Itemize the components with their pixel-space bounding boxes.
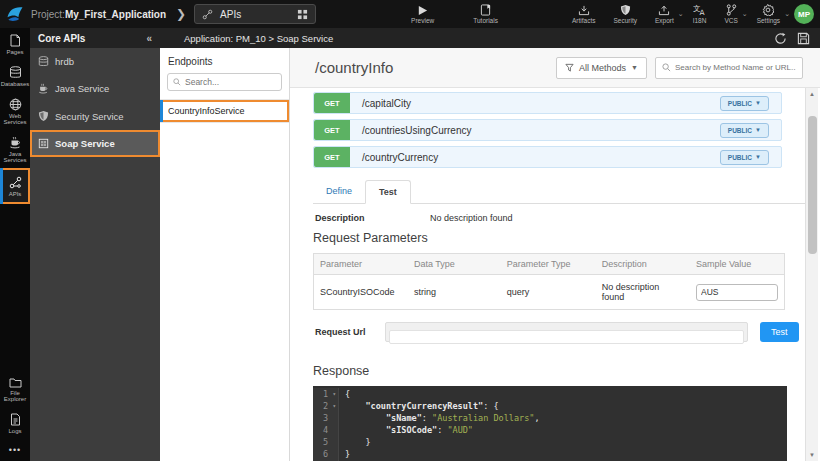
core-api-label: Security Service bbox=[55, 111, 124, 122]
project-breadcrumb[interactable]: Project:My_First_Application bbox=[31, 9, 166, 20]
export-chevron-icon: ⌄ bbox=[678, 10, 684, 18]
chevron-down-icon: ▼ bbox=[755, 154, 761, 160]
search-icon bbox=[173, 78, 181, 86]
fold-caret-icon[interactable]: ▾ bbox=[329, 400, 336, 412]
application-header: Application: PM_10 > Soap Service bbox=[160, 28, 820, 48]
chevron-down-icon: ▼ bbox=[755, 127, 761, 133]
code-line: 1▾ { bbox=[313, 388, 787, 400]
artifacts-button[interactable]: Artifacts bbox=[572, 5, 595, 24]
svg-text:A: A bbox=[700, 8, 705, 16]
code-line: 4 "sISOCode": "AUD" bbox=[313, 424, 787, 436]
operation-row[interactable]: GET /countriesUsingCurrency PUBLIC▼ bbox=[313, 119, 782, 141]
scroll-up-arrow[interactable]: ▲ bbox=[806, 88, 818, 100]
i18n-button[interactable]: 文A I18N bbox=[693, 4, 707, 24]
export-button[interactable]: Export ⌄ bbox=[646, 5, 684, 24]
sidebar-item-java-services[interactable]: Java Services bbox=[0, 130, 30, 168]
more-options-button[interactable]: ••• bbox=[0, 439, 30, 461]
tab-test[interactable]: Test bbox=[365, 180, 411, 204]
visibility-dropdown[interactable]: PUBLIC▼ bbox=[720, 123, 769, 138]
response-code-editor[interactable]: 1▾ { 2▾ "countryCurrencyResult": { 3 "sN… bbox=[313, 386, 787, 461]
top-bar: Project:My_First_Application ❯ APIs Prev… bbox=[0, 0, 820, 28]
core-api-item-security-service[interactable]: Security Service bbox=[30, 102, 160, 130]
save-icon bbox=[797, 32, 810, 45]
page-title: /countryInfo bbox=[315, 59, 556, 76]
code-line: 6 } bbox=[313, 448, 787, 460]
user-avatar[interactable]: MP bbox=[794, 4, 814, 24]
collapse-panel-button[interactable]: « bbox=[146, 33, 152, 44]
scroll-down-arrow[interactable]: ▼ bbox=[806, 449, 818, 461]
sidebar-item-databases[interactable]: Databases bbox=[0, 60, 30, 92]
description-value: No description found bbox=[430, 213, 513, 223]
database-icon bbox=[38, 56, 49, 67]
sidebar-item-logs[interactable]: Logs bbox=[0, 407, 30, 439]
core-api-item-hrdb[interactable]: hrdb bbox=[30, 48, 160, 75]
test-button[interactable]: Test bbox=[760, 322, 799, 342]
download-tray-icon bbox=[578, 5, 590, 16]
sidebar-item-file-explorer[interactable]: File Explorer bbox=[0, 371, 30, 407]
operation-row[interactable]: GET /capitalCity PUBLIC▼ bbox=[313, 92, 782, 114]
vcs-label: VCS bbox=[724, 17, 737, 24]
column-description: Description bbox=[596, 254, 690, 275]
http-method-badge: GET bbox=[314, 93, 350, 113]
rail-label: APIs bbox=[9, 191, 22, 197]
left-rail: Pages Databases Web Services Java Servic… bbox=[0, 28, 30, 461]
preview-button[interactable]: Preview bbox=[411, 5, 434, 24]
fold-caret-icon[interactable]: ▾ bbox=[329, 388, 336, 400]
code-line: 2▾ "countryCurrencyResult": { bbox=[313, 400, 787, 412]
soap-icon bbox=[38, 138, 49, 149]
operation-path: /countriesUsingCurrency bbox=[362, 125, 720, 136]
workspace-selector-label: APIs bbox=[220, 9, 290, 20]
shield-icon bbox=[38, 110, 49, 122]
method-search[interactable] bbox=[655, 57, 803, 79]
endpoints-search[interactable] bbox=[167, 73, 282, 91]
sidebar-item-pages[interactable]: Pages bbox=[0, 28, 30, 60]
methods-filter-dropdown[interactable]: All Methods ▼ bbox=[556, 57, 647, 79]
core-api-item-java-service[interactable]: Java Service bbox=[30, 75, 160, 102]
request-url-input[interactable] bbox=[389, 330, 744, 344]
save-button[interactable] bbox=[797, 32, 810, 45]
tutorials-button[interactable]: Tutorials bbox=[473, 4, 498, 24]
table-header-row: Parameter Data Type Parameter Type Descr… bbox=[314, 254, 785, 275]
api-icon bbox=[9, 176, 22, 189]
security-button[interactable]: Security bbox=[613, 4, 636, 24]
database-icon bbox=[9, 66, 22, 79]
endpoint-label: CountryInfoService bbox=[160, 100, 289, 122]
core-apis-title: Core APIs bbox=[38, 33, 146, 44]
sidebar-item-apis[interactable]: APIs bbox=[0, 168, 30, 204]
visibility-dropdown[interactable]: PUBLIC▼ bbox=[720, 150, 769, 165]
http-method-badge: GET bbox=[314, 120, 350, 140]
service-content: GET /capitalCity PUBLIC▼ GET /countriesU… bbox=[290, 88, 805, 461]
sidebar-item-web-services[interactable]: Web Services bbox=[0, 92, 30, 130]
core-api-label: hrdb bbox=[55, 56, 74, 67]
vcs-button[interactable]: VCS ⌄ bbox=[715, 4, 747, 24]
i18n-label: I18N bbox=[693, 17, 707, 24]
settings-button[interactable]: Settings ⌄ bbox=[748, 4, 790, 24]
core-api-item-soap-service[interactable]: Soap Service bbox=[30, 130, 160, 157]
wavemaker-logo[interactable] bbox=[5, 4, 25, 24]
endpoint-item-countryinfoservice[interactable]: CountryInfoService bbox=[160, 99, 289, 123]
application-breadcrumb: Application: PM_10 > Soap Service bbox=[184, 33, 774, 44]
cell-description: No description found bbox=[596, 275, 690, 310]
artifacts-label: Artifacts bbox=[572, 17, 595, 24]
workspace-selector[interactable]: APIs bbox=[194, 4, 316, 24]
visibility-label: PUBLIC bbox=[728, 127, 752, 134]
breadcrumb-chevron-icon: ❯ bbox=[176, 7, 186, 21]
visibility-dropdown[interactable]: PUBLIC▼ bbox=[720, 96, 769, 111]
sample-value-input[interactable] bbox=[696, 284, 778, 301]
grid-icon[interactable] bbox=[297, 9, 308, 20]
filter-icon bbox=[565, 63, 574, 72]
method-search-input[interactable] bbox=[675, 63, 796, 72]
rail-label: Web Services bbox=[0, 113, 30, 125]
rail-label: Java Services bbox=[0, 151, 30, 163]
log-file-icon bbox=[10, 413, 21, 426]
refresh-button[interactable] bbox=[774, 32, 787, 45]
book-icon bbox=[480, 4, 491, 16]
operation-row[interactable]: GET /countryCurrency PUBLIC▼ bbox=[313, 146, 782, 168]
endpoints-search-input[interactable] bbox=[185, 77, 275, 87]
search-icon bbox=[662, 63, 671, 72]
vertical-scrollbar[interactable]: ▲ ▼ bbox=[805, 88, 818, 461]
scrollbar-thumb[interactable] bbox=[808, 116, 817, 254]
preview-label: Preview bbox=[411, 17, 434, 24]
tab-define[interactable]: Define bbox=[313, 180, 365, 204]
coffee-icon bbox=[9, 136, 22, 149]
